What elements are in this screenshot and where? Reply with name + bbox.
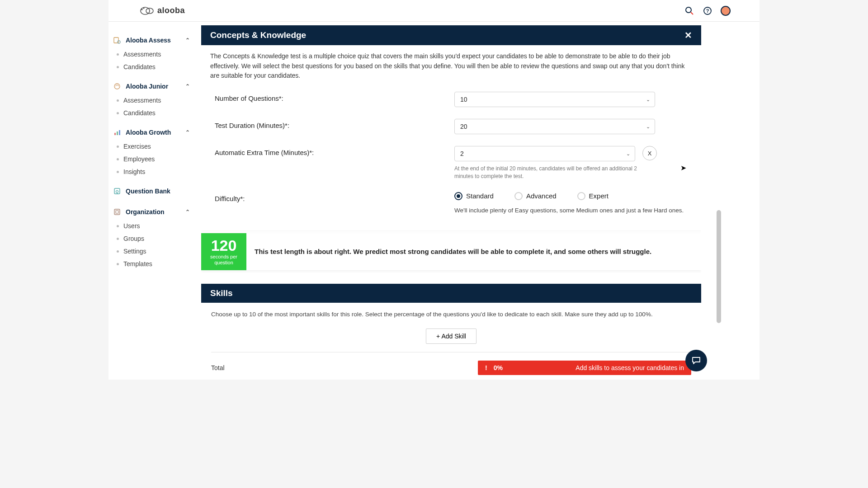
panel-title: Concepts & Knowledge xyxy=(210,30,306,40)
sidebar-item-employees[interactable]: Employees xyxy=(111,153,192,165)
sidebar-item-assessments-2[interactable]: Assessments xyxy=(111,94,192,107)
sidebar-item-templates[interactable]: Templates xyxy=(111,258,192,270)
svg-point-9 xyxy=(118,41,120,43)
help-icon[interactable]: ? xyxy=(703,6,712,16)
time-per-question-banner: 120 seconds per question This test lengt… xyxy=(201,233,701,270)
difficulty-helper: We'll include plenty of Easy questions, … xyxy=(454,206,692,215)
sidebar-group-assess[interactable]: Alooba Assess ⌃ xyxy=(111,33,192,48)
num-questions-label: Number of Questions*: xyxy=(210,92,454,102)
skills-total-pct: 0% xyxy=(494,364,503,371)
svg-rect-16 xyxy=(114,209,120,215)
sidebar-item-insights[interactable]: Insights xyxy=(111,165,192,178)
sidebar-group-label: Alooba Growth xyxy=(126,129,171,136)
radio-checked-icon xyxy=(454,192,462,200)
chevron-up-icon: ⌃ xyxy=(185,129,190,136)
sidebar-group-junior[interactable]: Alooba Junior ⌃ xyxy=(111,79,192,94)
topbar: alooba ? xyxy=(108,0,760,22)
svg-point-10 xyxy=(114,84,120,89)
warning-icon: ! xyxy=(485,364,487,371)
skills-total-label: Total xyxy=(211,364,225,371)
chevron-down-icon: ⌄ xyxy=(646,124,650,130)
growth-icon xyxy=(113,128,121,136)
svg-point-2 xyxy=(141,9,142,10)
skills-total-warning: Add skills to assess your candidates in xyxy=(576,364,684,371)
clear-extra-time-button[interactable]: X xyxy=(642,146,657,160)
tpq-sub: seconds per question xyxy=(203,254,245,266)
svg-point-3 xyxy=(143,7,144,9)
extra-time-select[interactable]: 2 ⌄ xyxy=(454,146,635,161)
sidebar-item-label: Question Bank xyxy=(126,188,170,195)
chevron-up-icon: ⌃ xyxy=(185,83,190,89)
sidebar-item-candidates-2[interactable]: Candidates xyxy=(111,107,192,119)
duration-value: 20 xyxy=(460,123,467,130)
extra-time-value: 2 xyxy=(460,150,464,157)
sidebar-group-organization[interactable]: Organization ⌃ xyxy=(111,204,192,220)
scrollbar[interactable] xyxy=(717,210,721,323)
logo-mark-icon xyxy=(139,6,155,16)
sidebar-item-groups[interactable]: Groups xyxy=(111,232,192,245)
radio-unchecked-icon xyxy=(514,192,523,200)
svg-text:?: ? xyxy=(706,8,709,14)
svg-rect-11 xyxy=(114,133,116,135)
add-skill-button[interactable]: + Add Skill xyxy=(426,328,476,344)
svg-rect-12 xyxy=(117,131,118,135)
divider xyxy=(211,352,691,352)
logo-text: alooba xyxy=(157,6,185,15)
difficulty-standard-radio[interactable]: Standard xyxy=(454,192,494,200)
skills-total-bar: ! 0% Add skills to assess your candidate… xyxy=(478,361,691,375)
assess-icon xyxy=(113,36,121,44)
num-questions-select[interactable]: 10 ⌄ xyxy=(454,92,655,107)
chevron-down-icon: ⌄ xyxy=(646,97,650,103)
search-icon[interactable] xyxy=(684,6,694,16)
extra-time-label: Automatic Extra Time (Minutes)*: xyxy=(210,146,454,156)
logo[interactable]: alooba xyxy=(139,6,185,16)
sidebar-item-users[interactable]: Users xyxy=(111,220,192,232)
radio-unchecked-icon xyxy=(577,192,585,200)
extra-time-helper: At the end of the initial 20 minutes, ca… xyxy=(454,165,649,180)
difficulty-label: Difficulty*: xyxy=(210,192,454,202)
panel-header: Concepts & Knowledge ✕ xyxy=(201,25,701,45)
svg-rect-13 xyxy=(119,130,120,135)
question-bank-icon: Q xyxy=(113,187,121,195)
sidebar-group-label: Alooba Assess xyxy=(126,37,171,44)
junior-icon xyxy=(113,82,121,90)
skills-section: Skills Choose up to 10 of the most impor… xyxy=(201,284,701,380)
tpq-seconds: 120 xyxy=(211,238,237,253)
main-content: Concepts & Knowledge ✕ The Concepts & Kn… xyxy=(201,25,701,380)
difficulty-expert-radio[interactable]: Expert xyxy=(577,192,609,200)
sidebar-item-settings[interactable]: Settings xyxy=(111,245,192,258)
sidebar-group-label: Organization xyxy=(126,208,165,216)
svg-point-4 xyxy=(686,7,691,13)
sidebar-item-question-bank[interactable]: Q Question Bank xyxy=(111,183,192,199)
avatar[interactable] xyxy=(721,6,731,16)
sidebar-item-candidates-1[interactable]: Candidates xyxy=(111,61,192,73)
organization-icon xyxy=(113,208,121,216)
duration-select[interactable]: 20 ⌄ xyxy=(454,119,655,134)
panel-body: The Concepts & Knowledge test is a multi… xyxy=(201,45,701,230)
close-icon[interactable]: ✕ xyxy=(684,30,692,41)
chevron-up-icon: ⌃ xyxy=(185,209,190,215)
skills-header: Skills xyxy=(201,284,701,303)
difficulty-advanced-radio[interactable]: Advanced xyxy=(514,192,557,200)
sidebar: Alooba Assess ⌃ Assessments Candidates A… xyxy=(108,22,194,380)
num-questions-value: 10 xyxy=(460,96,467,103)
svg-rect-17 xyxy=(116,211,118,213)
chat-button[interactable] xyxy=(685,350,707,371)
chevron-up-icon: ⌃ xyxy=(185,37,190,43)
sidebar-item-assessments-1[interactable]: Assessments xyxy=(111,48,192,61)
chevron-down-icon: ⌄ xyxy=(626,151,630,157)
sidebar-item-exercises[interactable]: Exercises xyxy=(111,140,192,153)
sidebar-group-growth[interactable]: Alooba Growth ⌃ xyxy=(111,125,192,140)
skills-description: Choose up to 10 of the most important sk… xyxy=(211,311,691,318)
sidebar-group-label: Alooba Junior xyxy=(126,83,168,90)
tpq-badge: 120 seconds per question xyxy=(201,233,246,270)
duration-label: Test Duration (Minutes)*: xyxy=(210,119,454,129)
skills-title: Skills xyxy=(210,288,233,298)
panel-description: The Concepts & Knowledge test is a multi… xyxy=(210,52,692,81)
tpq-text: This test length is about right. We pred… xyxy=(246,233,701,270)
svg-text:Q: Q xyxy=(115,189,118,194)
svg-line-5 xyxy=(691,12,693,14)
